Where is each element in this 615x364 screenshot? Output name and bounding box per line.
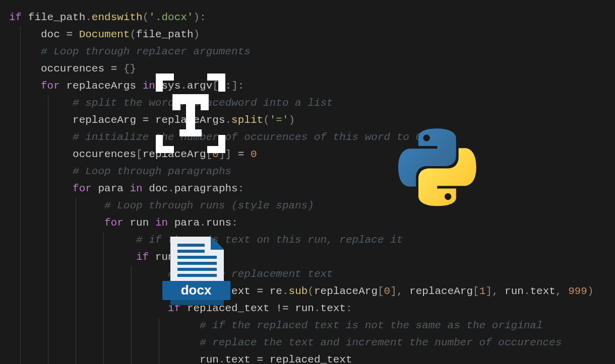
token-punc: .	[200, 217, 206, 229]
svg-rect-5	[177, 244, 205, 247]
token-punc: .	[282, 285, 289, 297]
code-line: for para in doc.paragraphs:	[9, 180, 615, 197]
token-var: file_path	[28, 12, 85, 23]
code-line: if run.text:	[9, 249, 615, 266]
token-punc: ],	[485, 285, 505, 297]
token-punc: (	[263, 114, 270, 126]
docx-file-icon: docx	[160, 235, 232, 309]
token-kw: if	[9, 12, 28, 23]
python-icon	[398, 128, 476, 206]
token-fn: Document	[79, 29, 130, 40]
token-var: run	[130, 217, 155, 229]
code-line: # if there is text on this run, replace …	[9, 232, 615, 249]
token-punc: .	[219, 354, 225, 364]
code-line: # get the replacement text	[9, 266, 615, 283]
token-fn: endswith	[92, 12, 143, 23]
token-num: 0	[251, 149, 257, 160]
token-var: replaceArg	[73, 114, 143, 126]
code-line: for run in para.runs:	[9, 214, 615, 232]
token-kw: in	[130, 183, 149, 194]
svg-rect-3	[186, 94, 195, 134]
token-fn: split	[231, 114, 263, 126]
code-line: occurences[replaceArg[0]] = 0	[9, 146, 615, 163]
token-var: para	[174, 217, 200, 229]
text-scan-icon	[155, 73, 226, 154]
svg-rect-8	[177, 262, 217, 265]
token-punc: .	[225, 114, 232, 126]
token-var: text	[321, 303, 346, 314]
code-line: # replace the text and increment the num…	[9, 334, 615, 351]
token-punc: .	[524, 285, 530, 297]
token-fn: sub	[289, 285, 308, 297]
token-var: doc	[41, 29, 66, 40]
token-punc: [	[378, 285, 384, 297]
token-var: re	[270, 285, 282, 297]
token-kw: for	[73, 183, 98, 194]
token-punc: ],	[390, 285, 409, 297]
token-cmt: # replace the text and increment the num…	[200, 337, 562, 348]
code-line: # Loop through runs (style spans)	[9, 197, 615, 214]
token-var: para	[98, 183, 130, 194]
token-punc: (	[143, 12, 149, 23]
token-var: run	[295, 303, 314, 314]
code-line: for replaceArgs in sys.argv[0:]:	[9, 78, 615, 95]
token-punc: {}	[124, 63, 136, 75]
code-line: # Loop through paragraphs	[9, 163, 615, 180]
code-line: replaceArg = replaceArgs.split('=')	[9, 112, 615, 129]
code-line: replaced_text = re.sub(replaceArg[0], re…	[9, 283, 615, 300]
token-punc: :	[238, 183, 244, 194]
token-var: text	[530, 285, 556, 297]
docx-label: docx	[181, 282, 212, 298]
token-punc: )	[289, 114, 295, 126]
svg-rect-6	[177, 250, 205, 253]
token-op: =	[111, 63, 124, 75]
token-var: paragraphs	[174, 183, 238, 194]
token-var: replaceArg	[409, 285, 473, 297]
svg-rect-12	[170, 300, 224, 305]
token-str: '.docx'	[149, 12, 193, 23]
code-line: # Loop through replacer arguments	[9, 43, 615, 60]
token-cmt: # Loop through runs (style spans)	[104, 200, 314, 211]
token-var: occurences	[73, 149, 136, 160]
code-line: occurences = {}	[9, 60, 615, 78]
token-var: replaceArgs	[66, 80, 142, 92]
code-editor: if file_path.endswith('.docx'): doc = Do…	[0, 0, 615, 364]
token-op: !=	[276, 303, 295, 314]
token-punc: .	[85, 12, 92, 23]
token-var: file_path	[136, 29, 193, 40]
token-punc: .	[314, 303, 321, 314]
token-var: run	[505, 285, 524, 297]
code-line: # if the replaced text is not the same a…	[9, 317, 615, 334]
token-num: 0	[384, 285, 391, 297]
token-punc: :]:	[225, 80, 244, 92]
token-punc: [	[473, 285, 479, 297]
token-op: =	[143, 114, 155, 126]
svg-rect-7	[177, 256, 217, 259]
token-kw: in	[155, 217, 174, 229]
svg-rect-9	[177, 268, 217, 271]
token-cmt: # Loop through paragraphs	[73, 166, 231, 177]
svg-rect-1	[172, 94, 180, 110]
svg-rect-10	[177, 274, 217, 277]
token-punc: :	[346, 303, 352, 314]
code-line: run.text = replaced_text	[9, 351, 615, 364]
svg-rect-4	[179, 129, 202, 136]
token-op: =	[257, 285, 270, 297]
token-num: 999	[568, 285, 587, 297]
token-cmt: # Loop through replacer arguments	[41, 46, 251, 57]
code-line: # initialize the number of occurences of…	[9, 129, 615, 146]
token-punc: [	[136, 149, 143, 160]
token-var: replaceArg	[314, 285, 378, 297]
token-kw: for	[41, 80, 66, 92]
token-punc: .	[168, 183, 174, 194]
svg-rect-2	[201, 94, 209, 110]
token-num: 1	[479, 285, 486, 297]
token-var: runs	[206, 217, 231, 229]
token-punc: :	[231, 217, 238, 229]
token-punc: )	[194, 29, 200, 40]
token-var: replaced_text	[270, 354, 352, 364]
token-var: doc	[149, 183, 168, 194]
token-punc: (	[307, 285, 314, 297]
code-line: # split the word=replacedword into a lis…	[9, 95, 615, 112]
token-var: run	[200, 354, 219, 364]
